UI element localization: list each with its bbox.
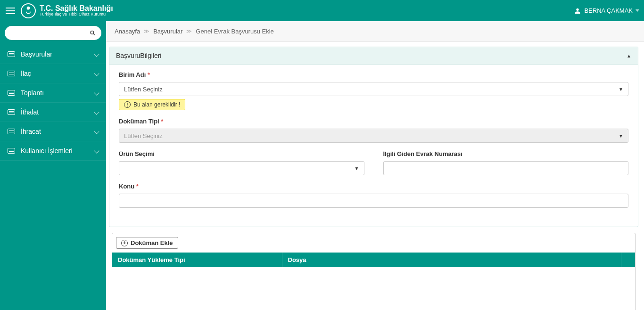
- sidebar-item-ilac[interactable]: İlaç: [0, 64, 106, 83]
- sidebar-search[interactable]: [5, 26, 101, 40]
- chevron-down-icon: [94, 109, 99, 114]
- sidebar-item-label: Toplantı: [21, 89, 44, 97]
- label-birim-adi: Birim Adı *: [119, 71, 628, 78]
- field-urun-secimi: Ürün Seçimi ▼: [119, 150, 364, 175]
- sidebar-item-toplanti[interactable]: Toplantı: [0, 83, 106, 103]
- user-menu[interactable]: BERNA ÇAKMAK: [574, 7, 639, 15]
- list-icon: [8, 71, 15, 76]
- select-birim-adi[interactable]: Lütfen Seçiniz ▼: [119, 82, 628, 96]
- user-icon: [574, 7, 581, 15]
- list-icon: [8, 109, 15, 115]
- sidebar-item-ihracat[interactable]: İhracat: [0, 122, 106, 141]
- chevron-down-icon: ▼: [619, 87, 623, 92]
- col-dokuman-yukleme-tipi: Doküman Yükleme Tipi: [112, 253, 282, 267]
- sidebar: Başvurular İlaç Toplantı İthalat İhracat…: [0, 21, 106, 310]
- sidebar-item-label: İlaç: [21, 70, 31, 77]
- chevron-down-icon: [94, 51, 99, 57]
- sidebar-item-ithalat[interactable]: İthalat: [0, 103, 106, 122]
- svg-point-1: [91, 31, 94, 34]
- list-icon: [8, 129, 15, 134]
- field-ilgili-giden-evrak: İlgili Giden Evrak Numarası: [383, 150, 629, 175]
- panel-title: BaşvuruBilgileri: [116, 52, 161, 59]
- document-table-body: [112, 267, 635, 310]
- chevron-down-icon: [94, 129, 99, 134]
- document-panel: + Doküman Ekle Doküman Yükleme Tipi Dosy…: [112, 233, 636, 310]
- chevron-down-icon: [636, 9, 639, 12]
- field-dokuman-tipi: Doküman Tipi * Lütfen Seçiniz ▼: [119, 118, 628, 143]
- list-icon: [8, 148, 15, 154]
- search-input[interactable]: [10, 30, 90, 37]
- select-dokuman-tipi[interactable]: Lütfen Seçiniz ▼: [119, 129, 628, 143]
- breadcrumb-sep-icon: ≫: [186, 28, 192, 34]
- validation-text: Bu alan gereklidir !: [133, 101, 180, 108]
- select-placeholder: Lütfen Seçiniz: [124, 132, 163, 139]
- label-dokuman-tipi: Doküman Tipi *: [119, 118, 628, 125]
- sidebar-item-label: Başvurular: [21, 50, 52, 58]
- menu-toggle-button[interactable]: [5, 5, 16, 16]
- col-actions: [621, 253, 635, 267]
- chevron-down-icon: [94, 90, 99, 95]
- panel-header[interactable]: BaşvuruBilgileri ▲: [109, 47, 638, 65]
- search-icon: [90, 29, 96, 37]
- input-ilgili-giden[interactable]: [383, 161, 629, 175]
- basvuru-bilgileri-panel: BaşvuruBilgileri ▲ Birim Adı * Lütfen Se…: [109, 47, 638, 227]
- logo-icon: [21, 3, 36, 18]
- col-dosya: Dosya: [282, 253, 621, 267]
- document-table: Doküman Yükleme Tipi Dosya: [112, 253, 635, 267]
- select-urun-secimi[interactable]: ▼: [119, 161, 364, 175]
- label-konu: Konu *: [119, 183, 628, 190]
- chevron-down-icon: ▼: [619, 133, 623, 139]
- input-konu[interactable]: [119, 194, 628, 208]
- chevron-down-icon: [94, 71, 99, 76]
- warning-icon: !: [124, 101, 131, 108]
- list-icon: [8, 51, 15, 57]
- field-birim-adi: Birim Adı * Lütfen Seçiniz ▼ ! Bu alan g…: [119, 71, 628, 110]
- sidebar-item-label: Kullanıcı İşlemleri: [21, 147, 73, 155]
- svg-line-2: [93, 34, 95, 35]
- org-title: T.C. Sağlık Bakanlığı: [40, 4, 113, 13]
- logo-block: T.C. Sağlık Bakanlığı Türkiye İlaç ve Tı…: [21, 3, 113, 18]
- plus-icon: +: [121, 240, 128, 246]
- breadcrumb-home[interactable]: Anasayfa: [115, 28, 140, 35]
- add-document-label: Doküman Ekle: [131, 239, 173, 246]
- svg-point-0: [577, 8, 579, 10]
- label-ilgili-giden: İlgili Giden Evrak Numarası: [383, 150, 629, 157]
- breadcrumb: Anasayfa ≫ Başvurular ≫ Genel Evrak Başv…: [106, 21, 644, 42]
- sidebar-item-basvurular[interactable]: Başvurular: [0, 45, 106, 64]
- list-icon: [8, 90, 15, 96]
- user-name: BERNA ÇAKMAK: [584, 7, 633, 14]
- breadcrumb-basvurular[interactable]: Başvurular: [153, 28, 182, 35]
- org-subtitle: Türkiye İlaç ve Tıbbi Cihaz Kurumu: [40, 12, 113, 17]
- label-urun-secimi: Ürün Seçimi: [119, 150, 364, 157]
- header-left: T.C. Sağlık Bakanlığı Türkiye İlaç ve Tı…: [5, 3, 113, 18]
- breadcrumb-current: Genel Evrak Başvurusu Ekle: [196, 28, 273, 35]
- sidebar-item-kullanici-islemleri[interactable]: Kullanıcı İşlemleri: [0, 141, 106, 161]
- sidebar-item-label: İhracat: [21, 128, 41, 135]
- main-content: Anasayfa ≫ Başvurular ≫ Genel Evrak Başv…: [106, 21, 644, 310]
- add-document-button[interactable]: + Doküman Ekle: [116, 237, 178, 249]
- validation-birim-adi: ! Bu alan gereklidir !: [119, 99, 185, 110]
- top-header: T.C. Sağlık Bakanlığı Türkiye İlaç ve Tı…: [0, 0, 644, 21]
- collapse-icon: ▲: [627, 53, 631, 58]
- breadcrumb-sep-icon: ≫: [144, 28, 149, 34]
- chevron-down-icon: [94, 148, 99, 153]
- select-placeholder: Lütfen Seçiniz: [124, 86, 163, 93]
- field-konu: Konu *: [119, 183, 628, 208]
- sidebar-item-label: İthalat: [21, 108, 39, 116]
- chevron-down-icon: ▼: [355, 166, 359, 171]
